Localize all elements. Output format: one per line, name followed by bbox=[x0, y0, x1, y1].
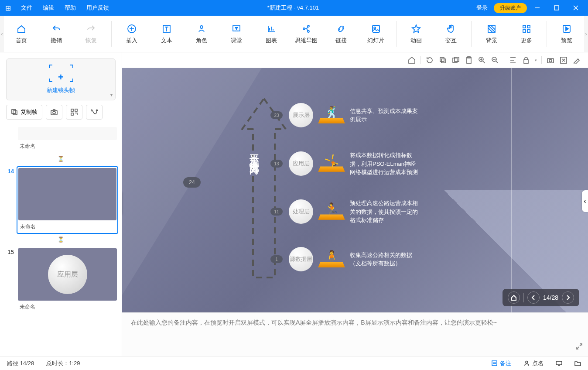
toolbar-grid[interactable]: 更多 bbox=[509, 16, 544, 52]
user-icon bbox=[196, 24, 207, 34]
svg-rect-33 bbox=[524, 60, 528, 63]
toolbar-user[interactable]: 角色 bbox=[184, 16, 219, 52]
close-button[interactable] bbox=[567, 0, 585, 16]
statusbar: 路径 14/28 总时长：1:29 备注 点名 bbox=[0, 356, 588, 370]
arrow-title: 平台工作流方向 bbox=[248, 147, 261, 159]
display-mode-button[interactable] bbox=[556, 360, 562, 367]
hourglass-separator: ⏳ bbox=[3, 236, 118, 243]
align-icon[interactable] bbox=[509, 56, 517, 65]
board-icon bbox=[231, 24, 242, 34]
thumbnail-list[interactable]: 未命名⏳14未命名⏳15应用层未命名 bbox=[0, 124, 122, 356]
frame-badge[interactable]: 24 bbox=[183, 177, 201, 188]
menu-file[interactable]: 文件 bbox=[16, 4, 38, 12]
snapshot-icon[interactable] bbox=[546, 56, 555, 65]
roll-call-button[interactable]: 点名 bbox=[523, 360, 544, 367]
minimize-button[interactable] bbox=[529, 0, 546, 16]
svg-rect-25 bbox=[440, 58, 444, 62]
camera-button[interactable] bbox=[46, 105, 62, 120]
toolbar-board[interactable]: 课堂 bbox=[219, 16, 254, 52]
thumbnail-card[interactable]: 未命名 bbox=[17, 166, 118, 234]
layer-badge[interactable]: 11 bbox=[270, 208, 283, 216]
qr-button[interactable] bbox=[66, 105, 82, 120]
menu-help[interactable]: 帮助 bbox=[59, 4, 81, 12]
app-logo-icon: ⊞ bbox=[0, 4, 16, 12]
nav-home-icon[interactable] bbox=[508, 291, 520, 304]
toolbar-bg[interactable]: 背景 bbox=[474, 16, 509, 52]
toolbar-redo: 恢复 bbox=[74, 16, 109, 52]
svg-point-5 bbox=[303, 28, 305, 30]
thumbnail-card[interactable]: 应用层未命名 bbox=[17, 247, 118, 314]
right-panel-expand-handle[interactable]: ‹ bbox=[582, 190, 588, 212]
stack-icon[interactable] bbox=[451, 56, 460, 65]
plus-icon: + bbox=[58, 72, 64, 83]
toolbar-play[interactable]: 预览 bbox=[549, 16, 584, 52]
toolbar-home[interactable]: 首页 bbox=[4, 16, 39, 52]
thumbnail-card[interactable]: 未命名 bbox=[17, 126, 118, 153]
redo-icon bbox=[86, 24, 96, 34]
toolbar-hand[interactable]: 交互 bbox=[434, 16, 468, 52]
new-frame-button[interactable]: + 新建镜头帧 ▾ bbox=[6, 58, 116, 100]
notes-toggle-button[interactable]: 备注 bbox=[491, 360, 511, 367]
notes-textarea[interactable] bbox=[122, 313, 588, 356]
lock-icon[interactable] bbox=[522, 56, 530, 65]
toolbar-star[interactable]: 动画 bbox=[399, 16, 434, 52]
login-button[interactable]: 登录 bbox=[472, 2, 492, 14]
path-button[interactable] bbox=[86, 105, 103, 120]
main-toolbar: ‹ 首页撤销恢复 插入文本角色课堂图表思维导图链接幻灯片 动画交互 背景更多 预… bbox=[0, 16, 588, 52]
toolbar-scroll-left[interactable]: ‹ bbox=[0, 16, 4, 52]
bg-icon bbox=[486, 24, 497, 34]
svg-rect-21 bbox=[75, 109, 77, 111]
toolbar-slide[interactable]: 幻灯片 bbox=[359, 16, 393, 52]
folder-button[interactable] bbox=[574, 360, 581, 367]
toolbar-link[interactable]: 链接 bbox=[324, 16, 359, 52]
toolbar-text[interactable]: 文本 bbox=[149, 16, 184, 52]
toolbar-undo[interactable]: 撤销 bbox=[39, 16, 74, 52]
layer-description: 信息共享、预测成本成果案例展示 bbox=[350, 107, 420, 124]
menu-feedback[interactable]: 用户反馈 bbox=[81, 4, 114, 12]
svg-rect-17 bbox=[13, 111, 17, 115]
home-icon[interactable] bbox=[407, 56, 416, 65]
layer-circle[interactable]: 处理层 bbox=[289, 199, 313, 224]
copy-frame-button[interactable]: 复制帧 bbox=[6, 105, 42, 120]
svg-point-38 bbox=[526, 361, 528, 363]
chart-icon bbox=[266, 24, 277, 34]
maximize-button[interactable] bbox=[548, 0, 565, 16]
layer-description: 将成本数据转化成指标数据，利用PSO-ELman神经网络模型进行运营成本预测 bbox=[350, 151, 420, 177]
layer-badge[interactable]: 1 bbox=[270, 255, 283, 263]
toolbar-plus-circle[interactable]: 插入 bbox=[114, 16, 149, 52]
toolbar-chart[interactable]: 图表 bbox=[254, 16, 289, 52]
copy-icon[interactable] bbox=[438, 56, 447, 65]
nav-prev-button[interactable] bbox=[527, 291, 540, 304]
menu-edit[interactable]: 编辑 bbox=[38, 4, 59, 12]
nav-next-button[interactable] bbox=[562, 291, 574, 304]
hand-icon bbox=[446, 24, 456, 34]
figure-icon: 🤸 bbox=[319, 155, 344, 172]
svg-rect-8 bbox=[373, 25, 379, 32]
fit-icon[interactable] bbox=[559, 56, 568, 65]
edit-icon[interactable] bbox=[572, 56, 581, 65]
toolbar-mindmap[interactable]: 思维导图 bbox=[289, 16, 324, 52]
link-icon bbox=[336, 24, 346, 34]
layer-circle[interactable]: 应用层 bbox=[289, 151, 313, 176]
nav-counter: 14/28 bbox=[543, 294, 558, 301]
upgrade-button[interactable]: 升级账户 bbox=[494, 3, 527, 13]
paste-icon[interactable] bbox=[465, 56, 473, 65]
svg-rect-0 bbox=[554, 6, 559, 10]
svg-rect-22 bbox=[71, 113, 73, 115]
toolbar-scroll-right[interactable]: › bbox=[584, 16, 588, 52]
zoom-out-icon[interactable] bbox=[491, 56, 499, 65]
layer-circle[interactable]: 源数据层 bbox=[289, 247, 313, 271]
layer-badge[interactable]: 13 bbox=[270, 160, 283, 168]
chevron-down-icon[interactable]: ▾ bbox=[110, 92, 113, 97]
layer-description: 预处理高速公路运营成本相关的数据，使其按照一定的格式标准储存 bbox=[350, 199, 420, 225]
hourglass-separator: ⏳ bbox=[3, 156, 118, 162]
layer-circle[interactable]: 展示层 bbox=[289, 103, 313, 127]
status-duration: 总时长：1:29 bbox=[46, 360, 80, 367]
canvas[interactable]: ‹ ‹ 24 平台工作流方向 23展示层🕺信息共享、预测成本成果案例展示13应用… bbox=[122, 68, 588, 312]
layer-row: 11处理层🏃预处理高速公路运营成本相关的数据，使其按照一定的格式标准储存 bbox=[270, 199, 420, 225]
layer-row: 13应用层🤸将成本数据转化成指标数据，利用PSO-ELman神经网络模型进行运营… bbox=[270, 151, 420, 177]
rotate-icon[interactable] bbox=[425, 56, 434, 65]
expand-icon[interactable] bbox=[576, 343, 583, 352]
zoom-in-icon[interactable] bbox=[478, 56, 486, 65]
layer-badge[interactable]: 23 bbox=[270, 111, 283, 119]
